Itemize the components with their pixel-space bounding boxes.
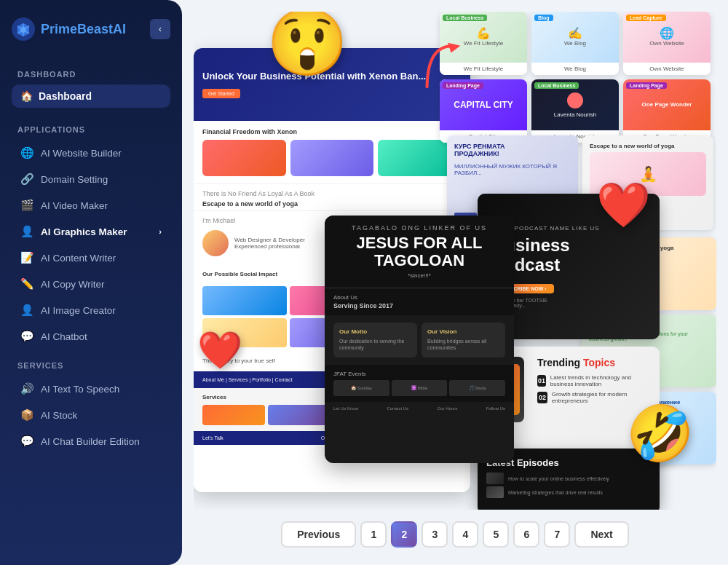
video-maker-icon: 🎬: [20, 199, 33, 212]
sc-avatar: [202, 230, 229, 256]
svg-point-1: [20, 27, 26, 33]
episode-item-1: How to scale your online business effect…: [486, 473, 651, 484]
page-1-button[interactable]: 1: [360, 521, 387, 548]
chatbot-label: AI Chatbot: [41, 331, 87, 342]
featured-subtitle: TAGABALO ONG LINKER OF US: [333, 224, 505, 232]
content-writer-label: AI Content Writer: [41, 253, 116, 264]
next-button[interactable]: Next: [574, 521, 628, 548]
featured-card-header: TAGABALO ONG LINKER OF US JESUS FOR ALL …: [325, 216, 514, 288]
sc-hero-button[interactable]: Get Started: [202, 89, 240, 98]
laugh-emoji: 🤣: [626, 402, 695, 466]
sidebar-item-chatbot[interactable]: 💬 AI Chatbot: [12, 323, 170, 349]
domain-setting-icon: 🔗: [20, 173, 33, 186]
applications-section-label: APPLICATIONS: [17, 125, 170, 134]
sc-gi-1: [202, 286, 287, 315]
sidebar-item-website-builder[interactable]: 🌐 AI Website Builder: [12, 140, 170, 166]
page-5-button[interactable]: 5: [483, 521, 509, 548]
dashboard-label: Dashboard: [39, 90, 92, 102]
sidebar-logo: PrimeBeastAI ‹: [12, 17, 170, 41]
page-4-button[interactable]: 4: [452, 521, 478, 548]
our-vision-box: Our Vision Building bridges across all c…: [422, 323, 505, 357]
sidebar-item-graphics-maker[interactable]: 👤 AI Graphics Maker ›: [12, 218, 170, 245]
page-3-button[interactable]: 3: [422, 521, 448, 548]
video-maker-label: AI Video Maker: [41, 200, 108, 211]
trending-num-1: 01: [537, 375, 546, 387]
content-writer-icon: 📝: [20, 251, 33, 264]
episode-thumb-2: [486, 486, 504, 498]
dashboard-menu-item[interactable]: 🏠 Dashboard: [12, 84, 170, 108]
services-section-label: SERVICES: [17, 361, 170, 370]
episode-text-1: How to scale your online business effect…: [508, 476, 609, 481]
domain-setting-label: Domain Setting: [41, 174, 108, 185]
sc-section-1-title: Financial Freedom with Xenon: [202, 128, 462, 135]
sc-card-1: [202, 140, 286, 176]
tag-landing-page-2: Landing Page: [626, 82, 667, 89]
vision-text: Building bridges across all communities: [427, 338, 499, 351]
home-icon: 🏠: [20, 90, 33, 102]
motto-title: Our Motto: [339, 328, 411, 335]
trending-text-1: Latest trends in technology and business…: [550, 374, 649, 387]
gallery-collage: 😲 ❤️ 🤣 ❤️ Unlock Your Business Potential…: [194, 12, 716, 510]
logo-icon: [12, 17, 35, 41]
serving-since: Serving Since 2017: [333, 302, 505, 309]
our-motto-box: Our Motto Our dedication to serving the …: [333, 323, 417, 357]
trending-items: 01 Latest trends in technology and busin…: [537, 374, 649, 404]
surprise-emoji: 😲: [266, 12, 348, 81]
page-6-button[interactable]: 6: [513, 521, 539, 548]
trending-item-1: 01 Latest trends in technology and busin…: [537, 374, 649, 387]
graphics-maker-icon: 👤: [20, 225, 33, 238]
image-creator-label: AI Image Creator: [41, 305, 116, 316]
copy-writer-label: AI Copy Writer: [41, 279, 105, 290]
sidebar-item-stock[interactable]: 📦 AI Stock: [12, 402, 170, 428]
tag-lead-capture: Lead Capture: [626, 15, 666, 21]
podcast-extra-text: Chocolate bar TOOTSIEROOT candy...: [492, 298, 645, 308]
sidebar-item-content-writer[interactable]: 📝 AI Content Writer: [12, 245, 170, 271]
thumb-card-one-page[interactable]: One Page Wonder Landing Page One Page Wo…: [623, 79, 711, 143]
sidebar-item-text-to-speech[interactable]: 🔊 AI Text To Speech: [12, 376, 170, 402]
main-content: 😲 ❤️ 🤣 ❤️ Unlock Your Business Potential…: [182, 0, 728, 565]
chat-builder-icon: 💬: [20, 435, 33, 448]
thumb-label-own-website: Own Website: [623, 63, 711, 75]
thumb-card-we-blog[interactable]: ✍️ We Blog Blog We Blog: [531, 12, 619, 75]
tag-local-business: Local Business: [443, 15, 487, 21]
dashboard-section-label: DASHBOARD: [17, 70, 170, 79]
motto-text: Our dedication to serving the community: [339, 338, 411, 351]
copy-writer-icon: ✏️: [20, 277, 33, 291]
image-creator-icon: 👤: [20, 304, 33, 317]
vision-title: Our Vision: [427, 328, 499, 335]
sc-card-2: [290, 140, 374, 176]
heart-emoji: ❤️: [596, 179, 651, 231]
sidebar: PrimeBeastAI ‹ DASHBOARD 🏠 Dashboard APP…: [0, 0, 182, 565]
trending-num-2: 02: [537, 392, 547, 403]
text-to-speech-icon: 🔊: [20, 382, 33, 395]
graphics-maker-label: AI Graphics Maker: [41, 226, 127, 237]
pagination: Previous 1 2 3 4 5 6 7 Next: [194, 510, 716, 553]
thumb-card-laventa[interactable]: Laventa Nourish Local Business Laventa N…: [531, 79, 619, 143]
page-7-button[interactable]: 7: [544, 521, 570, 548]
sidebar-item-domain-setting[interactable]: 🔗 Domain Setting: [12, 166, 170, 192]
sidebar-item-chat-builder[interactable]: 💬 AI Chat Builder Edition: [12, 428, 170, 454]
stock-label: AI Stock: [41, 410, 77, 421]
episode-text-2: Marketing strategies that drive real res…: [508, 490, 603, 495]
collapse-sidebar-button[interactable]: ‹: [150, 19, 170, 39]
logo-text: PrimeBeastAI: [41, 22, 126, 37]
graphics-maker-arrow: ›: [159, 227, 162, 236]
featured-tagline: *since!!!*: [333, 272, 505, 279]
chat-builder-label: AI Chat Builder Edition: [41, 436, 140, 447]
featured-card-jfat[interactable]: TAGABALO ONG LINKER OF US JESUS FOR ALL …: [325, 216, 514, 463]
sidebar-item-video-maker[interactable]: 🎬 AI Video Maker: [12, 192, 170, 218]
page-2-button[interactable]: 2: [391, 521, 417, 548]
website-builder-icon: 🌐: [20, 146, 33, 159]
trending-title: Trending Topics: [537, 357, 649, 368]
sidebar-item-image-creator[interactable]: 👤 AI Image Creator: [12, 297, 170, 323]
tag-local-business-2: Local Business: [534, 82, 579, 89]
text-to-speech-label: AI Text To Speech: [41, 384, 119, 395]
prev-button[interactable]: Previous: [281, 521, 356, 548]
stock-icon: 📦: [20, 408, 33, 422]
chatbot-icon: 💬: [20, 330, 33, 343]
thumb-card-own-website[interactable]: 🌐 Own Website Lead Capture Own Website: [623, 12, 711, 75]
top-thumbnails: 💪 We Fit Lifestyle Local Business We Fit…: [440, 12, 716, 143]
love-emoji: ❤️: [197, 329, 242, 371]
sidebar-item-copy-writer[interactable]: ✏️ AI Copy Writer: [12, 271, 170, 297]
thumb-label-we-blog: We Blog: [531, 63, 619, 75]
